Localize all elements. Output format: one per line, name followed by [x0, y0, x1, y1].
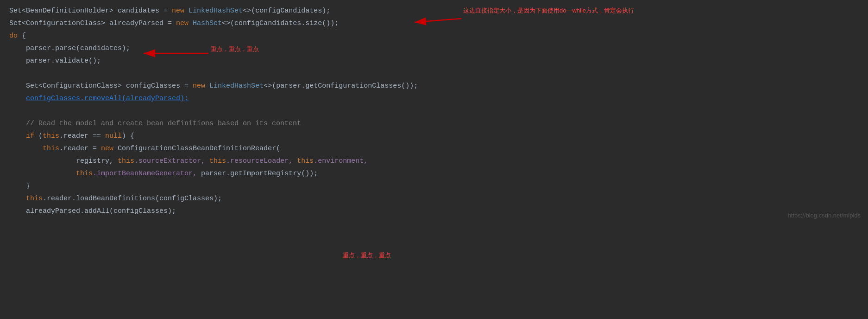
code-field: .sourceExtractor,: [134, 156, 209, 167]
code-line-4: parser.parse(candidates);: [9, 43, 859, 56]
code-class: LinkedHashSet: [209, 81, 264, 92]
code-line-12: this.reader = new ConfigurationClassBean…: [9, 143, 859, 156]
code-keyword: if: [26, 131, 34, 142]
code-line-15: }: [9, 181, 859, 193]
code-text: Set<BeanDefinitionHolder> candidates =: [9, 6, 172, 17]
annotation-3: 重点，重点，重点: [343, 250, 391, 260]
code-text: registry,: [9, 156, 118, 167]
code-text: ) {: [122, 131, 134, 142]
code-keyword: new: [101, 143, 113, 155]
code-this: this: [26, 193, 43, 205]
code-line-17: alreadyParsed.addAll(configClasses);: [9, 206, 859, 218]
code-this: this: [209, 156, 226, 167]
annotation-2: 重点，重点，重点: [211, 44, 259, 54]
code-line-7: Set<ConfigurationClass> configClasses = …: [9, 81, 859, 93]
code-comment: // Read the model and create bean defini…: [26, 118, 301, 130]
code-text: [9, 131, 26, 142]
code-class: HashSet: [193, 18, 222, 30]
code-text: [9, 93, 26, 105]
code-keyword: new: [193, 81, 205, 92]
code-keyword: do: [9, 31, 18, 42]
code-text: {: [18, 31, 26, 42]
code-text: [205, 81, 209, 92]
code-line-1: Set<BeanDefinitionHolder> candidates = n…: [9, 6, 859, 18]
code-field: .environment,: [314, 156, 368, 167]
code-keyword: null: [105, 131, 122, 142]
code-line-6: [9, 68, 859, 81]
code-link[interactable]: configClasses.removeAll(alreadyParsed);: [26, 93, 189, 105]
code-text: .reader ==: [59, 131, 105, 142]
code-text: .reader =: [59, 143, 101, 155]
code-text: }: [9, 181, 30, 192]
code-text: Set<ConfigurationClass> configClasses =: [9, 81, 193, 92]
code-text: [9, 143, 43, 155]
code-text: [9, 168, 76, 180]
code-text: .reader.loadBeanDefinitions(configClasse…: [43, 193, 222, 205]
code-line-9: [9, 106, 859, 118]
code-line-8: configClasses.removeAll(alreadyParsed);: [9, 93, 859, 106]
code-text: [184, 6, 189, 17]
code-line-10: // Read the model and create bean defini…: [9, 118, 859, 131]
code-keyword: new: [176, 18, 189, 30]
code-text: [9, 193, 26, 205]
code-line-3: do {: [9, 31, 859, 43]
code-keyword: new: [172, 6, 184, 17]
code-field: .resourceLoader,: [226, 156, 297, 167]
code-class: LinkedHashSet: [189, 6, 243, 17]
code-text: ConfigurationClassBeanDefinitionReader(: [113, 143, 280, 155]
code-text: [189, 18, 193, 30]
code-text: Set<ConfigurationClass> alreadyParsed =: [9, 18, 176, 30]
watermark: https://blog.csdn.net/mlplds: [787, 211, 861, 220]
code-text: parser.getImportRegistry());: [201, 168, 318, 180]
code-text: <>(configCandidates.size());: [222, 18, 339, 30]
code-line-11: if (this.reader == null) {: [9, 131, 859, 143]
code-container: Set<BeanDefinitionHolder> candidates = n…: [0, 0, 868, 224]
code-text: [9, 118, 26, 130]
code-text: alreadyParsed.addAll(configClasses);: [9, 206, 176, 217]
code-line-2: Set<ConfigurationClass> alreadyParsed = …: [9, 18, 859, 31]
code-text: parser.validate();: [9, 56, 101, 67]
code-this: this: [43, 131, 59, 142]
code-this: this: [297, 156, 314, 167]
code-this: this: [76, 168, 93, 180]
code-line-14: this.importBeanNameGenerator, parser.get…: [9, 168, 859, 181]
code-text: <>(parser.getConfigurationClasses());: [264, 81, 418, 92]
code-line-5: parser.validate();: [9, 56, 859, 68]
code-field: .importBeanNameGenerator,: [93, 168, 201, 180]
code-line-16: this.reader.loadBeanDefinitions(configCl…: [9, 193, 859, 206]
code-text: (: [34, 131, 43, 142]
code-line-13: registry, this.sourceExtractor, this.res…: [9, 156, 859, 168]
annotation-1: 这边直接指定大小，是因为下面使用do—while方式，肯定会执行: [463, 6, 634, 15]
code-this: this: [118, 156, 134, 167]
code-text: <>(configCandidates);: [243, 6, 330, 17]
code-text: parser.parse(candidates);: [9, 43, 130, 55]
code-this: this: [43, 143, 59, 155]
